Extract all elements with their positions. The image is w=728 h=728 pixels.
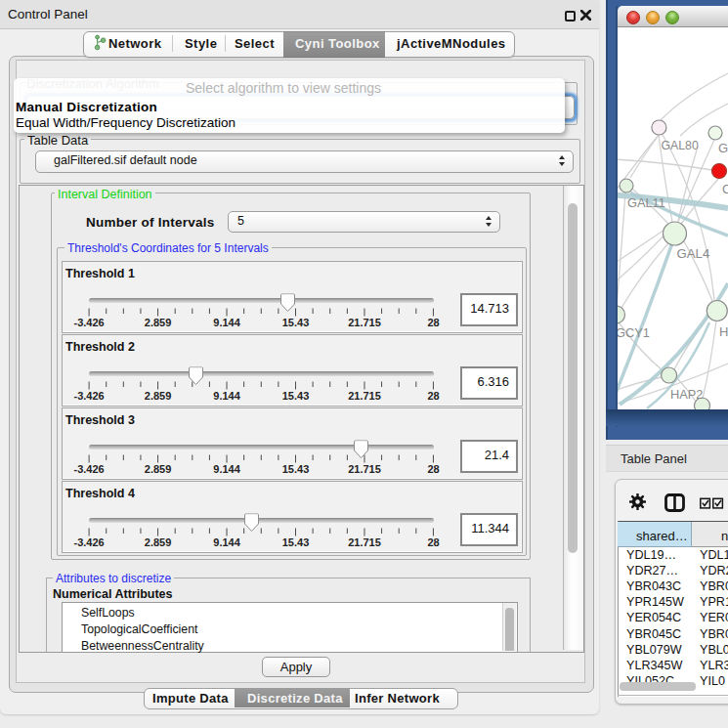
svg-text:C: C — [722, 182, 728, 196]
svg-text:GAL4: GAL4 — [677, 246, 710, 261]
svg-text:HA: HA — [719, 324, 728, 339]
svg-text:HAP2: HAP2 — [670, 387, 703, 402]
svg-text:GCY1: GCY1 — [618, 325, 650, 340]
svg-text:GA: GA — [718, 141, 728, 155]
svg-text:GAL11: GAL11 — [627, 195, 665, 210]
svg-text:GAL80: GAL80 — [662, 139, 699, 152]
